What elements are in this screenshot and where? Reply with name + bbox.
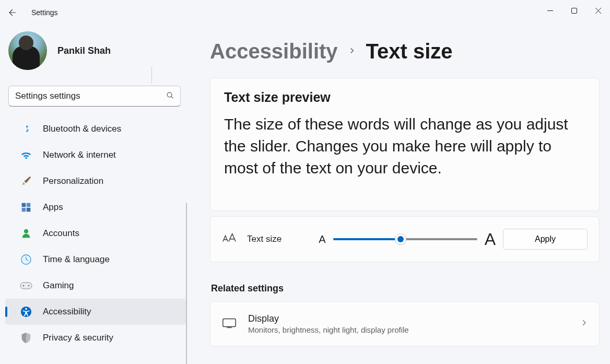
- sidebar-item-label: Privacy & security: [43, 333, 113, 343]
- svg-point-13: [25, 308, 27, 310]
- user-profile[interactable]: Pankil Shah: [0, 31, 189, 70]
- sidebar-item-bluetooth-devices[interactable]: Bluetooth & devices: [5, 116, 186, 142]
- breadcrumb-parent[interactable]: Accessibility: [210, 40, 338, 63]
- slider-min-glyph: A: [319, 233, 325, 245]
- maximize-icon: [571, 8, 577, 14]
- sidebar-item-label: Apps: [43, 202, 63, 213]
- app-title: Settings: [31, 8, 58, 17]
- sidebar-item-label: Gaming: [43, 280, 74, 291]
- person-icon: [19, 228, 33, 239]
- related-item-title: Display: [248, 313, 569, 324]
- bluetooth-icon: [19, 123, 33, 135]
- divider: [151, 67, 152, 84]
- svg-point-11: [28, 285, 30, 287]
- sidebar-item-network-internet[interactable]: Network & internet: [5, 142, 186, 168]
- apps-icon: [19, 202, 33, 213]
- slider-label: Text size: [247, 234, 281, 244]
- chevron-right-icon: [348, 47, 356, 56]
- related-display-texts: Display Monitors, brightness, night ligh…: [248, 313, 569, 334]
- sidebar-item-label: Accessibility: [43, 307, 91, 317]
- breadcrumb-current: Text size: [366, 40, 453, 63]
- chevron-right-icon: [580, 319, 588, 328]
- minimize-icon: [547, 8, 553, 14]
- svg-rect-1: [571, 8, 577, 13]
- sidebar-item-apps[interactable]: Apps: [5, 194, 186, 220]
- related-settings-heading: Related settings: [211, 283, 600, 294]
- sidebar: Pankil Shah Bluetooth & devices: [0, 25, 189, 364]
- sidebar-item-label: Network & internet: [43, 150, 116, 160]
- svg-rect-6: [27, 208, 31, 212]
- svg-point-7: [24, 229, 28, 233]
- gamepad-icon: [19, 281, 33, 290]
- svg-rect-4: [27, 203, 31, 207]
- sidebar-item-gaming[interactable]: Gaming: [5, 273, 186, 299]
- slider-thumb[interactable]: [395, 233, 406, 245]
- sidebar-item-privacy-security[interactable]: Privacy & security: [5, 325, 186, 351]
- back-button[interactable]: [0, 0, 25, 25]
- slider-max-glyph: A: [485, 230, 496, 249]
- title-bar: Settings: [0, 0, 610, 25]
- avatar: [8, 31, 47, 70]
- paintbrush-icon: [19, 175, 33, 187]
- svg-rect-14: [223, 319, 236, 327]
- search-icon: [166, 91, 174, 101]
- sidebar-item-accounts[interactable]: Accounts: [5, 220, 186, 246]
- related-item-subtitle: Monitors, brightness, night light, displ…: [248, 325, 569, 334]
- sidebar-item-label: Bluetooth & devices: [43, 124, 121, 134]
- maximize-button[interactable]: [562, 2, 586, 19]
- text-size-slider[interactable]: [333, 238, 477, 240]
- sidebar-item-label: Time & language: [43, 254, 110, 265]
- svg-point-10: [23, 285, 25, 287]
- preview-heading: Text size preview: [224, 90, 585, 105]
- text-size-icon: [222, 232, 237, 246]
- svg-point-2: [167, 92, 172, 97]
- preview-body-text: The size of these words will change as y…: [224, 113, 585, 179]
- user-name: Pankil Shah: [57, 45, 111, 56]
- svg-rect-5: [22, 208, 26, 212]
- sidebar-item-label: Accounts: [43, 228, 79, 239]
- sidebar-item-time-language[interactable]: Time & language: [5, 246, 186, 273]
- minimize-button[interactable]: [538, 2, 562, 19]
- text-size-preview-card: Text size preview The size of these word…: [210, 78, 600, 211]
- text-size-slider-card: Text size A A Apply: [210, 216, 600, 262]
- sidebar-item-accessibility[interactable]: Accessibility: [5, 299, 186, 325]
- slider-fill: [333, 238, 401, 240]
- sidebar-nav: Bluetooth & devices Network & internet P…: [0, 116, 189, 351]
- close-button[interactable]: [586, 2, 610, 19]
- title-bar-left: Settings: [0, 0, 58, 25]
- svg-rect-0: [547, 10, 553, 11]
- scrollbar[interactable]: [186, 203, 187, 364]
- search-input[interactable]: [8, 86, 181, 107]
- apply-button[interactable]: Apply: [503, 229, 588, 250]
- related-display-card[interactable]: Display Monitors, brightness, night ligh…: [210, 301, 600, 346]
- main-content: Accessibility Text size Text size previe…: [189, 25, 610, 364]
- close-icon: [595, 8, 601, 14]
- svg-rect-9: [20, 283, 32, 289]
- wifi-icon: [19, 149, 33, 161]
- accessibility-icon: [19, 306, 33, 318]
- clock-globe-icon: [19, 254, 33, 265]
- display-icon: [222, 317, 237, 331]
- sidebar-item-label: Personalization: [43, 176, 103, 186]
- back-arrow-icon: [8, 8, 17, 17]
- search-text-field[interactable]: [15, 91, 166, 101]
- shield-icon: [19, 332, 33, 344]
- window-controls: [538, 6, 610, 19]
- sidebar-item-personalization[interactable]: Personalization: [5, 168, 186, 194]
- svg-rect-3: [22, 203, 26, 207]
- breadcrumb: Accessibility Text size: [210, 40, 600, 63]
